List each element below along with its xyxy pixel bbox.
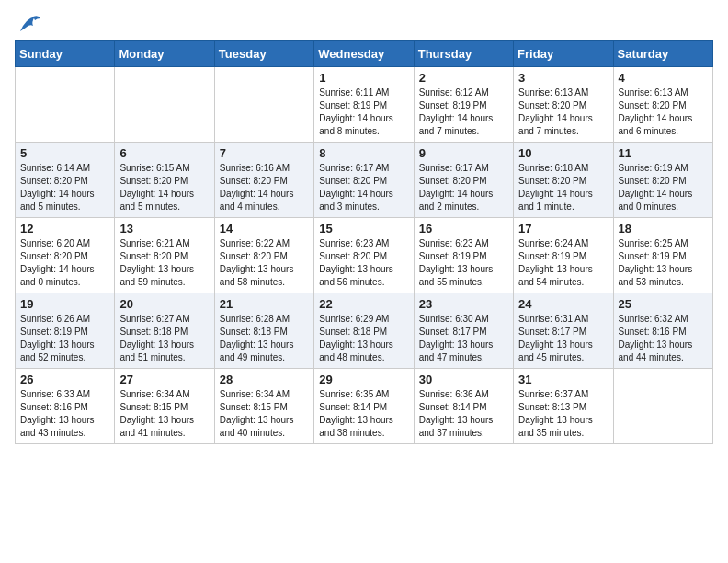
page-header: [15, 15, 713, 29]
day-info: Sunrise: 6:13 AM Sunset: 8:20 PM Dayligh…: [619, 86, 708, 138]
day-number: 31: [518, 373, 608, 386]
calendar-cell: 12Sunrise: 6:20 AM Sunset: 8:20 PM Dayli…: [16, 218, 115, 293]
calendar-header-thursday: Thursday: [414, 41, 513, 67]
calendar-cell: 10Sunrise: 6:18 AM Sunset: 8:20 PM Dayli…: [514, 143, 613, 218]
calendar-cell: 1Sunrise: 6:11 AM Sunset: 8:19 PM Daylig…: [314, 67, 414, 143]
day-info: Sunrise: 6:11 AM Sunset: 8:19 PM Dayligh…: [319, 86, 408, 138]
day-info: Sunrise: 6:37 AM Sunset: 8:13 PM Dayligh…: [518, 388, 608, 440]
day-info: Sunrise: 6:18 AM Sunset: 8:20 PM Dayligh…: [518, 162, 608, 213]
day-number: 13: [119, 222, 209, 236]
day-info: Sunrise: 6:17 AM Sunset: 8:20 PM Dayligh…: [319, 162, 408, 213]
calendar-cell: 5Sunrise: 6:14 AM Sunset: 8:20 PM Daylig…: [16, 143, 115, 218]
day-number: 22: [319, 297, 408, 311]
calendar-header-saturday: Saturday: [613, 41, 712, 67]
calendar-cell: 16Sunrise: 6:23 AM Sunset: 8:19 PM Dayli…: [414, 218, 513, 293]
calendar-cell: [16, 67, 115, 143]
calendar-cell: 19Sunrise: 6:26 AM Sunset: 8:19 PM Dayli…: [16, 293, 115, 369]
day-number: 14: [220, 222, 309, 236]
day-info: Sunrise: 6:34 AM Sunset: 8:15 PM Dayligh…: [119, 388, 209, 440]
calendar-header-friday: Friday: [514, 41, 613, 67]
day-number: 4: [619, 71, 708, 85]
day-info: Sunrise: 6:34 AM Sunset: 8:15 PM Dayligh…: [220, 388, 309, 440]
calendar-week-row: 26Sunrise: 6:33 AM Sunset: 8:16 PM Dayli…: [16, 369, 713, 444]
day-number: 21: [220, 297, 309, 311]
day-info: Sunrise: 6:24 AM Sunset: 8:19 PM Dayligh…: [518, 237, 608, 289]
calendar-cell: 27Sunrise: 6:34 AM Sunset: 8:15 PM Dayli…: [115, 369, 214, 444]
calendar-cell: 13Sunrise: 6:21 AM Sunset: 8:20 PM Dayli…: [115, 218, 214, 293]
calendar-cell: 14Sunrise: 6:22 AM Sunset: 8:20 PM Dayli…: [214, 218, 313, 293]
calendar-week-row: 5Sunrise: 6:14 AM Sunset: 8:20 PM Daylig…: [16, 143, 713, 218]
calendar-cell: 22Sunrise: 6:29 AM Sunset: 8:18 PM Dayli…: [314, 293, 414, 369]
day-info: Sunrise: 6:33 AM Sunset: 8:16 PM Dayligh…: [20, 388, 109, 440]
calendar-header-wednesday: Wednesday: [314, 41, 414, 67]
day-number: 10: [518, 146, 608, 160]
day-info: Sunrise: 6:32 AM Sunset: 8:16 PM Dayligh…: [619, 313, 708, 364]
day-number: 3: [518, 71, 608, 85]
day-number: 19: [20, 297, 109, 311]
day-number: 24: [518, 297, 608, 311]
calendar-cell: 9Sunrise: 6:17 AM Sunset: 8:20 PM Daylig…: [414, 143, 513, 218]
calendar-cell: 6Sunrise: 6:15 AM Sunset: 8:20 PM Daylig…: [115, 143, 214, 218]
day-number: 17: [518, 222, 608, 236]
calendar-cell: 21Sunrise: 6:28 AM Sunset: 8:18 PM Dayli…: [214, 293, 313, 369]
day-number: 9: [419, 146, 508, 160]
calendar-header-row: SundayMondayTuesdayWednesdayThursdayFrid…: [16, 41, 713, 67]
day-number: 27: [119, 373, 209, 386]
day-info: Sunrise: 6:13 AM Sunset: 8:20 PM Dayligh…: [518, 86, 608, 138]
day-number: 6: [119, 146, 209, 160]
day-number: 8: [319, 146, 408, 160]
day-number: 25: [619, 297, 708, 311]
day-info: Sunrise: 6:27 AM Sunset: 8:18 PM Dayligh…: [119, 313, 209, 364]
day-number: 2: [419, 71, 508, 85]
day-number: 23: [419, 297, 508, 311]
calendar-cell: 15Sunrise: 6:23 AM Sunset: 8:20 PM Dayli…: [314, 218, 414, 293]
calendar-cell: 31Sunrise: 6:37 AM Sunset: 8:13 PM Dayli…: [514, 369, 613, 444]
calendar-cell: 8Sunrise: 6:17 AM Sunset: 8:20 PM Daylig…: [314, 143, 414, 218]
calendar-cell: 20Sunrise: 6:27 AM Sunset: 8:18 PM Dayli…: [115, 293, 214, 369]
day-number: 20: [119, 297, 209, 311]
day-info: Sunrise: 6:15 AM Sunset: 8:20 PM Dayligh…: [119, 162, 209, 213]
day-info: Sunrise: 6:25 AM Sunset: 8:19 PM Dayligh…: [619, 237, 708, 289]
day-number: 11: [619, 146, 708, 160]
logo: [15, 15, 42, 29]
day-info: Sunrise: 6:12 AM Sunset: 8:19 PM Dayligh…: [419, 86, 508, 138]
day-number: 15: [319, 222, 408, 236]
day-info: Sunrise: 6:26 AM Sunset: 8:19 PM Dayligh…: [20, 313, 109, 364]
day-number: 1: [319, 71, 408, 85]
day-info: Sunrise: 6:36 AM Sunset: 8:14 PM Dayligh…: [419, 388, 508, 440]
day-number: 29: [319, 373, 408, 386]
calendar-cell: 7Sunrise: 6:16 AM Sunset: 8:20 PM Daylig…: [214, 143, 313, 218]
calendar-cell: 17Sunrise: 6:24 AM Sunset: 8:19 PM Dayli…: [514, 218, 613, 293]
day-number: 26: [20, 373, 109, 386]
calendar-cell: 4Sunrise: 6:13 AM Sunset: 8:20 PM Daylig…: [613, 67, 712, 143]
calendar-table: SundayMondayTuesdayWednesdayThursdayFrid…: [15, 40, 713, 444]
calendar-cell: 28Sunrise: 6:34 AM Sunset: 8:15 PM Dayli…: [214, 369, 313, 444]
day-number: 30: [419, 373, 508, 386]
day-info: Sunrise: 6:22 AM Sunset: 8:20 PM Dayligh…: [220, 237, 309, 289]
calendar-cell: [115, 67, 214, 143]
calendar-cell: 26Sunrise: 6:33 AM Sunset: 8:16 PM Dayli…: [16, 369, 115, 444]
day-info: Sunrise: 6:29 AM Sunset: 8:18 PM Dayligh…: [319, 313, 408, 364]
day-info: Sunrise: 6:16 AM Sunset: 8:20 PM Dayligh…: [220, 162, 309, 213]
day-info: Sunrise: 6:28 AM Sunset: 8:18 PM Dayligh…: [220, 313, 309, 364]
logo-bird-icon: [17, 15, 42, 35]
day-info: Sunrise: 6:14 AM Sunset: 8:20 PM Dayligh…: [20, 162, 109, 213]
day-info: Sunrise: 6:21 AM Sunset: 8:20 PM Dayligh…: [119, 237, 209, 289]
day-info: Sunrise: 6:23 AM Sunset: 8:19 PM Dayligh…: [419, 237, 508, 289]
calendar-week-row: 12Sunrise: 6:20 AM Sunset: 8:20 PM Dayli…: [16, 218, 713, 293]
calendar-cell: 2Sunrise: 6:12 AM Sunset: 8:19 PM Daylig…: [414, 67, 513, 143]
day-info: Sunrise: 6:17 AM Sunset: 8:20 PM Dayligh…: [419, 162, 508, 213]
calendar-cell: 18Sunrise: 6:25 AM Sunset: 8:19 PM Dayli…: [613, 218, 712, 293]
calendar-cell: 24Sunrise: 6:31 AM Sunset: 8:17 PM Dayli…: [514, 293, 613, 369]
day-info: Sunrise: 6:23 AM Sunset: 8:20 PM Dayligh…: [319, 237, 408, 289]
day-info: Sunrise: 6:19 AM Sunset: 8:20 PM Dayligh…: [619, 162, 708, 213]
calendar-cell: 3Sunrise: 6:13 AM Sunset: 8:20 PM Daylig…: [514, 67, 613, 143]
calendar-cell: 30Sunrise: 6:36 AM Sunset: 8:14 PM Dayli…: [414, 369, 513, 444]
calendar-cell: 11Sunrise: 6:19 AM Sunset: 8:20 PM Dayli…: [613, 143, 712, 218]
day-number: 16: [419, 222, 508, 236]
day-number: 18: [619, 222, 708, 236]
day-info: Sunrise: 6:31 AM Sunset: 8:17 PM Dayligh…: [518, 313, 608, 364]
calendar-cell: [214, 67, 313, 143]
day-number: 7: [220, 146, 309, 160]
day-info: Sunrise: 6:35 AM Sunset: 8:14 PM Dayligh…: [319, 388, 408, 440]
